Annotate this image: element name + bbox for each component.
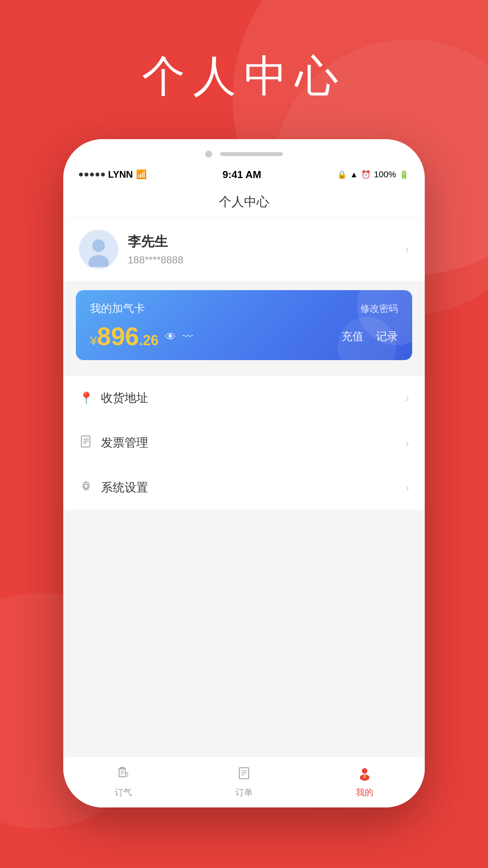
gps-icon: ▲	[350, 170, 358, 179]
user-chevron-icon: ›	[405, 243, 409, 256]
menu-item-left: 📍 收货地址	[79, 390, 148, 406]
svg-point-1	[92, 239, 105, 252]
profile-icon	[357, 766, 372, 784]
location-icon: 🔒	[337, 170, 347, 179]
invoice-icon	[79, 436, 93, 450]
bottom-nav: 订气 订单 我的	[63, 756, 425, 807]
menu-item-left: 系统设置	[79, 480, 148, 496]
user-name: 李先生	[128, 233, 183, 251]
menu-item-shipping[interactable]: 📍 收货地址 ›	[63, 376, 425, 421]
svg-point-7	[84, 484, 88, 488]
phone-mockup: LYNN 📶 9:41 AM 🔒 ▲ ⏰ 100% 🔋 个人中心	[63, 139, 425, 807]
svg-rect-13	[239, 768, 249, 779]
page-title-area: 个人中心	[0, 47, 488, 106]
svg-point-17	[362, 768, 367, 774]
recharge-button[interactable]: 充值	[341, 329, 363, 344]
nav-label-orders: 订单	[235, 787, 253, 798]
eye-close-icon[interactable]: 〰	[182, 330, 193, 343]
record-button[interactable]: 记录	[376, 329, 398, 344]
avatar-svg	[81, 232, 116, 267]
signal-dot	[90, 173, 94, 177]
invoice-chevron-icon: ›	[405, 437, 409, 449]
status-right: 🔒 ▲ ⏰ 100% 🔋	[337, 169, 409, 180]
phone-speaker	[220, 152, 283, 156]
content-spacer	[63, 510, 425, 756]
menu-label-settings: 系统设置	[101, 480, 148, 496]
status-left: LYNN 📶	[79, 169, 147, 180]
location-pin-icon: 📍	[79, 391, 93, 405]
signal-dot	[95, 173, 99, 177]
menu-item-invoice[interactable]: 发票管理 ›	[63, 421, 425, 465]
signal-dots	[79, 173, 105, 177]
phone-camera	[205, 151, 212, 158]
orders-icon	[237, 766, 251, 784]
menu-list: 📍 收货地址 › 发票管理	[63, 376, 425, 510]
settings-chevron-icon: ›	[405, 482, 409, 494]
gas-card-actions: 充值 记录	[341, 329, 398, 344]
carrier-label: LYNN	[108, 169, 133, 180]
menu-label-invoice: 发票管理	[101, 435, 148, 451]
status-bar: LYNN 📶 9:41 AM 🔒 ▲ ⏰ 100% 🔋	[63, 163, 425, 186]
page-title: 个人中心	[0, 47, 488, 106]
balance-yuan: ¥	[90, 334, 97, 348]
svg-point-20	[363, 774, 366, 778]
wifi-icon: 📶	[136, 169, 147, 180]
shipping-chevron-icon: ›	[405, 392, 409, 405]
menu-item-left: 发票管理	[79, 435, 148, 451]
gas-card-balance: ¥ 896 .26 👁 〰	[90, 324, 193, 349]
signal-dot	[79, 173, 83, 177]
nav-label-profile: 我的	[356, 787, 373, 798]
user-phone: 188****8888	[128, 254, 183, 266]
battery-label: 100%	[374, 169, 396, 180]
balance-main: 896	[97, 324, 139, 349]
eye-open-icon[interactable]: 👁	[165, 330, 176, 343]
gas-card: 我的加气卡 修改密码 ¥ 896 .26 👁 〰 充值	[76, 290, 412, 360]
phone-top-bar	[63, 139, 425, 163]
gas-card-edit-button[interactable]: 修改密码	[360, 302, 398, 315]
nav-item-profile[interactable]: 我的	[304, 766, 425, 798]
signal-dot	[84, 173, 88, 177]
nav-label-order-gas: 订气	[115, 787, 132, 798]
user-left: 李先生 188****8888	[79, 230, 183, 269]
status-time: 9:41 AM	[222, 169, 261, 181]
menu-label-shipping: 收货地址	[101, 390, 148, 406]
balance-icons: 👁 〰	[165, 330, 193, 343]
nav-bar: 个人中心	[63, 186, 425, 218]
content-area: 李先生 188****8888 › 我的加气卡 修改密码 ¥ 896 .26	[63, 218, 425, 756]
alarm-icon: ⏰	[361, 170, 371, 179]
order-gas-icon	[116, 766, 131, 784]
settings-gear-icon	[79, 480, 93, 495]
user-info: 李先生 188****8888	[128, 233, 183, 266]
gas-card-body: ¥ 896 .26 👁 〰 充值 记录	[90, 324, 398, 349]
gas-card-header: 我的加气卡 修改密码	[90, 301, 398, 316]
balance-decimal: .26	[139, 332, 159, 349]
nav-title: 个人中心	[219, 193, 269, 211]
menu-item-settings[interactable]: 系统设置 ›	[63, 465, 425, 510]
gas-card-title: 我的加气卡	[90, 301, 145, 316]
nav-item-order-gas[interactable]: 订气	[63, 766, 184, 798]
signal-dot	[101, 173, 105, 177]
battery-icon: 🔋	[399, 170, 409, 179]
user-avatar	[79, 230, 118, 269]
balance-amount: ¥ 896 .26	[90, 324, 159, 349]
user-section[interactable]: 李先生 188****8888 ›	[63, 218, 425, 281]
nav-item-orders[interactable]: 订单	[184, 766, 305, 798]
